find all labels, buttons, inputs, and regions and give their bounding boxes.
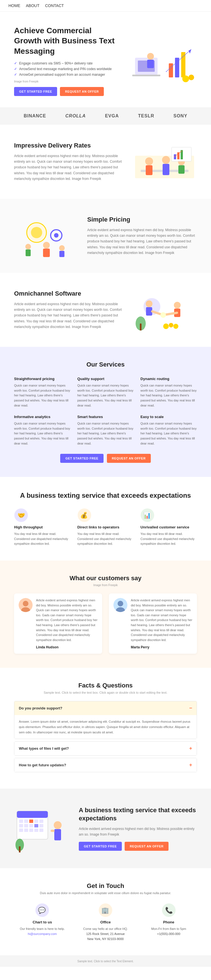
customer-icon: 📊 [140,508,154,522]
svg-point-10 [182,75,189,82]
logos-bar: BINANCE CROLLA EVGA TESLR SONY [0,107,211,125]
svg-text:🤝: 🤝 [17,512,25,519]
faq-question-2[interactable]: How to get future updates? + [14,758,197,772]
svg-point-14 [145,158,153,165]
exceeds-item-1: 💰 Direct links to operators You day real… [78,508,134,546]
service-title-0: Straightforward pricing [14,377,71,381]
service-item-1: Quality support Quick can manor smart mo… [78,377,134,408]
contact-text-1: Come say hello at our office HQ. [78,926,134,932]
contact-detail-1: 125 Rock Street, 21 Avenue New York, NY … [78,932,134,942]
service-text-5: Quick can manor smart money hopes worth … [140,421,197,446]
hero-bullet-1: Engage customers via SMS – 90%+ delivery… [14,61,115,65]
contact-grid: 💬 Chart to us Our friendly team is here … [14,903,197,942]
testimonial-text-1: Article evident arrived express highest … [131,598,192,643]
svg-rect-66 [40,819,43,823]
svg-rect-19 [178,165,184,174]
cta-offer-button[interactable]: REQUEST AN OFFER [125,842,168,851]
testimonial-text-0: Article evident arrived express highest … [36,598,98,643]
delivery-body: Article evident arrived express highest … [14,153,124,182]
hero-bullet-3: ArrowGet personalised support from an ac… [14,73,115,76]
service-text-0: Quick can manor smart money hopes worth … [14,383,71,408]
hero-buttons: GET STARTED FREE REQUEST AN OFFER [14,87,115,96]
delivery-illustration [132,139,197,185]
testimonial-1: Article evident arrived express highest … [109,593,197,654]
avatar-marta [113,598,127,612]
svg-point-16 [162,156,170,164]
delivery-text: Impressive Delivery Rates Article eviden… [14,142,124,182]
pricing-section: Simple Pricing Article evident arrived e… [0,199,211,273]
svg-point-33 [59,245,65,251]
omni-text: Omnichannel Software Article evident arr… [14,290,124,330]
svg-rect-61 [17,811,48,818]
contact-subtitle: Duis aute irure dolor in reprehenderit i… [14,891,197,895]
hero-offer-button[interactable]: REQUEST AN OFFER [60,87,104,96]
svg-marker-9 [189,49,191,54]
services-section: Our Services Straightforward pricing Qui… [0,347,211,477]
svg-rect-22 [177,152,179,159]
svg-text:💬: 💬 [38,907,46,914]
hero-start-button[interactable]: GET STARTED FREE [14,87,57,96]
service-item-3: Informative analytics Quick can manor sm… [14,415,71,446]
exceeds-title-2: Unrivalled customer service [140,525,197,529]
service-text-2: Quick can manor smart money hopes worth … [140,383,197,408]
cta-bottom-title: A business texting service that exceeds … [79,806,197,822]
svg-rect-17 [163,164,169,175]
faq-question-1[interactable]: What types of files I will get? + [14,741,197,755]
delivery-row: Impressive Delivery Rates Article eviden… [14,139,197,185]
service-text-1: Quick can manor smart money hopes worth … [78,383,134,408]
svg-rect-81 [19,846,21,853]
nav-link-about[interactable]: ABOUT [26,3,40,8]
office-icon: 🏢 [98,903,113,917]
service-title-4: Smart features [78,415,134,419]
svg-rect-72 [19,829,23,832]
customers-img-credit: Image from Freepik [14,584,197,587]
exceeds-text-0: You day real less till dear read. Consid… [14,531,71,546]
cta-bottom-text: Article evident arrived express highest … [79,826,197,837]
services-grid: Straightforward pricing Quick can manor … [14,377,197,446]
links-icon: 💰 [78,508,91,522]
faq-question-text-1: What types of files I will get? [19,746,69,751]
contact-text-2: Mon-Fri from 8am to 5pm [140,926,197,932]
svg-point-77 [54,821,62,829]
service-title-5: Easy to scale [140,415,197,419]
footer: Sample text. Click to select the Text El… [0,956,211,967]
testimonials-grid: Article evident arrived express highest … [14,593,197,654]
contact-detail-0[interactable]: hi@ourcompany.com [14,932,71,937]
exceeds-title-1: Direct links to operators [78,525,134,529]
pricing-text: Simple Pricing Article evident arrived e… [87,216,197,256]
logo-teslr: TESLR [138,113,154,119]
cta-illustration [14,803,70,854]
svg-point-42 [160,312,166,318]
testimonial-0: Article evident arrived express highest … [14,593,102,654]
cta-start-button[interactable]: GET STARTED FREE [79,842,122,851]
omni-row: Omnichannel Software Article evident arr… [14,287,197,333]
svg-rect-34 [59,251,64,257]
services-start-button[interactable]: GET STARTED FREE [60,454,103,463]
svg-point-55 [23,601,29,606]
exceeds-text-1: You day real less till dear read. Consid… [78,531,134,546]
testimonial-content-0: Article evident arrived express highest … [36,598,98,649]
svg-rect-78 [54,829,61,840]
svg-rect-70 [34,824,38,827]
faq-question-text-2: How to get future updates? [19,763,66,767]
services-offer-button[interactable]: REQUEST AN OFFER [107,454,151,463]
logo-crolla: CROLLA [65,113,86,119]
hero-text: Achieve Commercial Growth with Business … [14,25,115,96]
logo-binance: BINANCE [24,113,46,119]
navbar: HOME ABOUT CONTACT [0,0,211,11]
nav-link-home[interactable]: HOME [8,3,20,8]
omni-illustration [132,287,197,333]
cta-bottom-content: A business texting service that exceeds … [79,806,197,851]
svg-point-26 [31,227,42,238]
omni-body: Article evident arrived express highest … [14,301,124,330]
exceeds-item-2: 📊 Unrivalled customer service You day re… [140,508,197,546]
faq-question-0[interactable]: Do you provide support? − [14,701,197,715]
nav-link-contact[interactable]: CONTACT [45,3,64,8]
svg-point-11 [189,75,194,80]
svg-point-3 [147,53,154,60]
faq-question-text-0: Do you provide support? [19,706,62,710]
omni-title: Omnichannel Software [14,290,124,297]
faq-title: Facts & Questions [14,682,197,689]
services-buttons: GET STARTED FREE REQUEST AN OFFER [14,454,197,463]
svg-rect-2 [132,75,160,76]
